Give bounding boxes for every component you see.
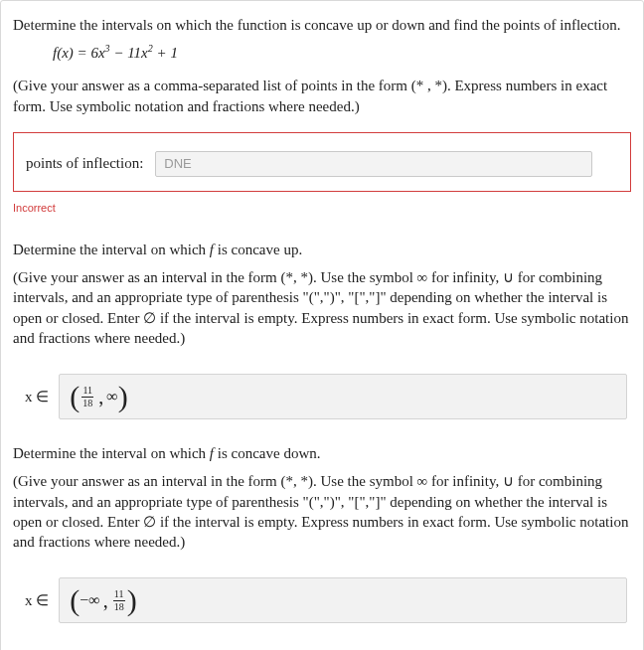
cd-neg-infty: −∞ [80, 592, 99, 608]
intro-instruction: Determine the intervals on which the fun… [13, 15, 631, 35]
inflection-answer-box: points of inflection: [13, 132, 631, 192]
concave-up-title: Determine the interval on which f is con… [13, 240, 631, 259]
intro-hint: (Give your answer as a comma-separated l… [13, 76, 631, 116]
cd-frac-num: 11 [113, 589, 125, 601]
formula-tail: + 1 [153, 45, 178, 61]
incorrect-feedback: Incorrect [13, 202, 56, 214]
cu-lparen: ( [70, 382, 80, 411]
formula-fx: f(x) = 6x [53, 45, 105, 61]
cu-interval: ( 11 18 , ∞ ) [70, 382, 127, 411]
concave-up-answer-input[interactable]: ( 11 18 , ∞ ) [59, 374, 627, 419]
cd-title-post: is concave down. [214, 445, 320, 461]
concave-down-answer-row: x ∈ ( −∞ , 11 18 ) [25, 577, 631, 623]
cu-title-pre: Determine the interval on which [13, 242, 210, 257]
question-card: Determine the intervals on which the fun… [0, 0, 644, 650]
cd-x-in: x ∈ [25, 591, 49, 609]
inflection-label: points of inflection: [26, 155, 143, 172]
cu-x-in: x ∈ [25, 388, 49, 406]
concave-up-answer-row: x ∈ ( 11 18 , ∞ ) [25, 374, 631, 419]
cu-title-post: is concave up. [214, 242, 302, 257]
cd-lparen: ( [70, 585, 80, 615]
cd-title-pre: Determine the interval on which [13, 445, 210, 461]
concave-down-title: Determine the interval on which f is con… [13, 443, 631, 463]
cu-rparen: ) [118, 382, 128, 411]
cd-fraction: 11 18 [113, 589, 125, 612]
cd-rparen: ) [127, 585, 137, 615]
formula-mid: − 11x [110, 45, 148, 61]
cd-interval: ( −∞ , 11 18 ) [70, 585, 136, 615]
cu-infty: ∞ [106, 389, 117, 405]
concave-up-hint: (Give your answer as an interval in the … [13, 267, 631, 348]
cu-frac-num: 11 [81, 386, 93, 398]
cd-frac-den: 18 [113, 601, 125, 612]
cu-frac-den: 18 [81, 398, 93, 408]
cd-comma: , [103, 589, 108, 612]
cu-comma: , [98, 386, 103, 408]
inflection-field-row: points of inflection: [26, 151, 618, 177]
cu-fraction: 11 18 [81, 386, 93, 408]
inflection-input[interactable] [155, 151, 592, 177]
concave-down-hint: (Give your answer as an interval in the … [13, 471, 631, 552]
concave-down-answer-input[interactable]: ( −∞ , 11 18 ) [59, 577, 627, 623]
formula: f(x) = 6x3 − 11x2 + 1 [53, 43, 631, 62]
